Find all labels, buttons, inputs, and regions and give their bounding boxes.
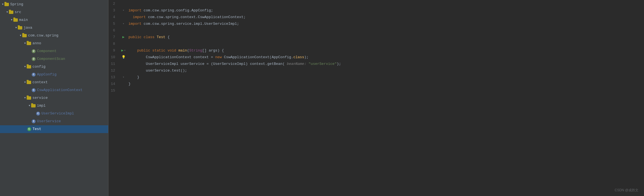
sidebar-item-label: AppConfig [37,72,56,78]
folder-icon [13,18,18,22]
arrow-icon [24,40,27,46]
line-content: import com.csw.spring.context.CswApplica… [127,14,644,21]
code-line-9: 9 ▶ ▾ public static void main(String[] a… [108,47,644,54]
sidebar-item-label: java [24,25,32,31]
sidebar-item-spring[interactable]: Spring [0,1,108,8]
folder-icon [27,96,31,100]
line-gutter: ▾ [120,7,127,14]
sidebar-item-label: UserService [37,118,61,124]
arrow-icon [28,56,32,62]
line-number: 14 [108,81,120,87]
bulb-icon[interactable]: 💡 [122,54,126,61]
line-content: import com.csw.spring.service.impl.UserS… [127,21,644,27]
sidebar-item-label: UserServiceImpl [41,111,74,117]
code-line-12: 12 userService.test(); [108,67,644,74]
sidebar-item-label: src [15,9,21,15]
arrow-icon [24,95,27,101]
sidebar-item-impl[interactable]: impl [0,102,108,110]
line-content: } [127,74,644,81]
line-gutter: 💡 [120,54,127,61]
arrow-icon [28,103,31,109]
class-icon: C [27,127,31,131]
fold-icon[interactable]: ▾ [123,74,124,81]
folder-icon [27,81,31,84]
folder-icon [22,34,27,37]
sidebar-item-userserviceimpl[interactable]: C UserServiceImpl [0,110,108,117]
line-number: 12 [108,67,120,74]
code-line-5: 5 ▾ import com.csw.spring.service.impl.U… [108,21,644,27]
code-line-3: 3 ▾ import com.csw.spring.config.AppConf… [108,7,644,14]
fold-icon[interactable]: ▾ [124,47,126,54]
line-number: 6 [108,27,120,34]
run-icon[interactable]: ▶ [122,34,125,41]
line-number: 15 [108,87,120,94]
sidebar-item-userservice[interactable]: I UserService [0,117,108,125]
sidebar-item-main[interactable]: main [0,16,108,24]
code-line-2: 2 [108,1,644,7]
folder-icon [4,3,9,6]
sidebar-item-label: service [33,95,48,101]
code-line-13: 13 ▾ } [108,74,644,81]
interface-icon: I [32,119,36,123]
sidebar-item-label: Component [37,48,56,54]
sidebar-item-java[interactable]: java [0,24,108,32]
sidebar-item-context[interactable]: context [0,79,108,86]
class-icon: C [32,88,36,92]
anno-icon: @ [32,57,36,61]
code-line-6: 6 [108,27,644,34]
code-line-14: 14 } [108,81,644,87]
file-tree: Spring src main java com.csw.spring anno… [0,0,108,196]
sidebar-item-label: main [19,17,28,23]
line-content: public static void main(String[] args) { [127,47,644,54]
line-content: UserServiceImpl userService = (UserServi… [127,61,644,67]
arrow-icon [19,33,22,39]
fold-icon[interactable]: ▾ [123,7,124,14]
sidebar-item-config[interactable]: config [0,63,108,71]
sidebar-item-src[interactable]: src [0,8,108,16]
class-icon: C [32,73,36,77]
folder-icon [27,42,31,45]
line-content: import com.csw.spring.config.AppConfig; [127,7,644,14]
line-number: 9 [108,47,120,54]
code-line-4: 4 import com.csw.spring.context.CswAppli… [108,14,644,21]
sidebar-item-test[interactable]: C Test [0,125,108,133]
line-content: userService.test(); [127,67,644,74]
code-editor: 2 3 ▾ import com.csw.spring.config.AppCo… [108,0,644,196]
line-gutter: ▾ [120,74,127,81]
sidebar-item-label: com.csw.spring [28,33,58,39]
anno-icon: @ [32,49,36,53]
sidebar-item-componentscan[interactable]: @ ComponentScan [0,55,108,63]
code-line-15: 15 [108,87,644,94]
arrow-icon [24,126,27,132]
sidebar-item-label: config [33,64,46,70]
arrow-icon [24,79,27,85]
sidebar-item-label: ComponentScan [37,56,65,62]
arrow-icon [11,17,13,23]
line-number: 5 [108,21,120,27]
arrow-icon [6,9,9,15]
line-gutter: ▶ ▾ [120,47,127,54]
line-number: 4 [108,14,120,21]
sidebar-item-service[interactable]: service [0,94,108,102]
line-gutter: ▾ [120,21,127,27]
line-number: 3 [108,7,120,14]
line-number: 10 [108,54,120,61]
line-number: 13 [108,74,120,81]
sidebar-item-component[interactable]: @ Component [0,47,108,55]
sidebar-item-appconfig[interactable]: C AppConfig [0,71,108,79]
arrow-icon [33,111,36,117]
line-gutter: ▶ [120,34,127,41]
sidebar-item-cswapplicationcontext[interactable]: C CswApplicationContext [0,86,108,94]
run-icon[interactable]: ▶ [121,47,123,54]
arrow-icon [28,118,32,124]
sidebar-item-anno[interactable]: anno [0,40,108,47]
line-content: } [127,81,644,87]
code-line-10: 10 💡 CswApplicationContext context = new… [108,54,644,61]
code-line-7: 7 ▶ public class Test { [108,34,644,41]
folder-icon [27,65,31,68]
sidebar-item-com-csw-spring[interactable]: com.csw.spring [0,32,108,40]
line-content: CswApplicationContext context = new CswA… [127,54,644,61]
sidebar-item-label: impl [37,103,46,109]
fold-icon[interactable]: ▾ [123,21,124,27]
code-line-8: 8 [108,41,644,47]
